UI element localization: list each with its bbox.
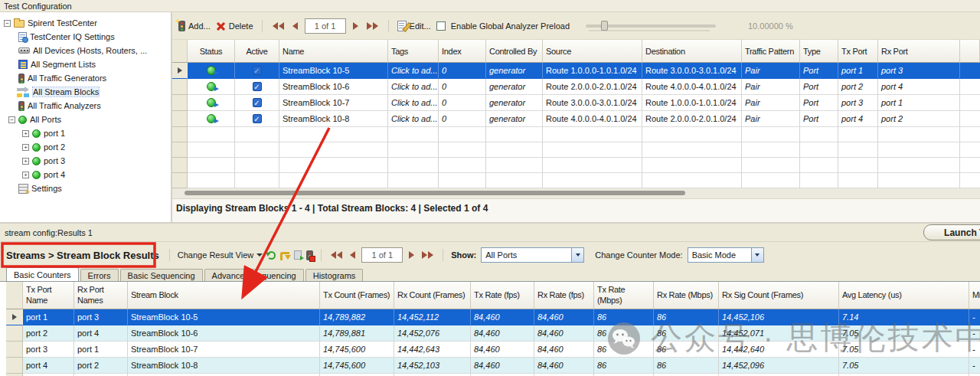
- name-cell[interactable]: StreamBlock 10-7: [279, 95, 388, 111]
- tree-item-testcenter-iq-settings[interactable]: TestCenter IQ Settings: [0, 30, 171, 44]
- tx-rate-fps-cell[interactable]: 84,460: [471, 309, 534, 325]
- expand-icon[interactable]: +: [22, 144, 29, 151]
- tx-rate-mbps-cell[interactable]: 86: [594, 325, 654, 342]
- tree-item-all-traffic-analyzers[interactable]: All Traffic Analyzers: [0, 99, 171, 113]
- corner-header-cell[interactable]: [172, 40, 188, 63]
- checked-checkbox-icon[interactable]: [253, 82, 262, 91]
- rx-rate-mbps-cell[interactable]: 86: [654, 358, 719, 374]
- column-header-tx-port[interactable]: Tx Port: [838, 40, 878, 63]
- active-cell[interactable]: [235, 95, 279, 111]
- controlled-by-cell[interactable]: generator: [486, 63, 543, 79]
- column-header-rx-sig-count[interactable]: Rx Sig Count (Frames): [719, 282, 839, 309]
- tx-port-name-cell[interactable]: port 3: [23, 342, 74, 358]
- name-cell[interactable]: StreamBlock 10-5: [279, 63, 388, 79]
- tab-histograms[interactable]: Histograms: [305, 269, 364, 281]
- column-header-avg-latency[interactable]: Avg Latency (us): [839, 282, 969, 309]
- column-header-tx-port-name[interactable]: Tx Port Name: [23, 282, 74, 309]
- tx-count-cell[interactable]: 14,745,600: [320, 358, 394, 374]
- source-cell[interactable]: Route 1.0.0.0-1.0.1.0/24: [543, 63, 642, 79]
- column-header-index[interactable]: Index: [439, 40, 486, 63]
- tree-item-all-ports[interactable]: − All Ports: [0, 113, 171, 126]
- tab-errors[interactable]: Errors: [80, 269, 119, 281]
- rx-port-cell[interactable]: port 1: [878, 95, 960, 111]
- edit-button[interactable]: Edit...: [397, 21, 431, 31]
- controlled-by-cell[interactable]: generator: [486, 79, 543, 95]
- source-cell[interactable]: Route 3.0.0.0-3.0.1.0/24: [543, 95, 642, 111]
- table-row[interactable]: StreamBlock 10-8 Click to ad... 0 genera…: [172, 111, 980, 127]
- min-latency-cell[interactable]: -: [969, 309, 980, 325]
- tree-item-port-2[interactable]: + port 2: [0, 140, 171, 154]
- tx-port-name-cell[interactable]: port 2: [23, 325, 74, 342]
- tree-item-all-segment-lists[interactable]: All Segment Lists: [0, 57, 171, 71]
- first-page-button[interactable]: [329, 250, 344, 260]
- refresh-results-icon[interactable]: [267, 251, 276, 260]
- source-cell[interactable]: Route 2.0.0.0-2.0.1.0/24: [543, 79, 642, 95]
- type-cell[interactable]: Port: [800, 95, 838, 111]
- rx-rate-mbps-cell[interactable]: 86: [654, 309, 719, 325]
- add-button[interactable]: Add...: [178, 21, 211, 31]
- checked-checkbox-icon[interactable]: [253, 66, 262, 75]
- tx-count-cell[interactable]: 14,745,600: [320, 342, 394, 358]
- launch-test-button[interactable]: Launch Tes: [923, 224, 980, 240]
- expand-icon[interactable]: +: [22, 130, 29, 137]
- column-header-name[interactable]: Name: [279, 40, 388, 63]
- min-latency-cell[interactable]: -: [969, 342, 980, 358]
- table-row[interactable]: StreamBlock 10-6 Click to ad... 0 genera…: [172, 79, 980, 95]
- rx-port-cell[interactable]: port 2: [878, 111, 960, 127]
- next-page-button[interactable]: [407, 250, 416, 260]
- avg-latency-cell[interactable]: 7.05: [839, 358, 969, 374]
- stream-block-cell[interactable]: StreamBlock 10-5: [128, 309, 320, 325]
- tree-item-all-stream-blocks[interactable]: All Stream Blocks: [0, 85, 171, 99]
- load-percent-slider[interactable]: [586, 20, 720, 32]
- destination-cell[interactable]: Route 3.0.0.0-3.0.1.0/24: [642, 63, 742, 79]
- column-header-rx-rate-mbps[interactable]: Rx Rate (Mbps): [654, 282, 719, 309]
- traffic-pattern-cell[interactable]: Pair: [742, 111, 800, 127]
- expand-icon[interactable]: +: [22, 172, 29, 178]
- row-selector-cell[interactable]: [6, 342, 23, 358]
- column-header-min-latency[interactable]: Min Latency (us): [969, 282, 980, 309]
- avg-latency-cell[interactable]: 7.05: [839, 342, 969, 358]
- name-cell[interactable]: StreamBlock 10-8: [279, 111, 388, 127]
- rx-count-cell[interactable]: 14,452,112: [394, 309, 471, 325]
- row-selector-cell[interactable]: [172, 111, 188, 127]
- tx-rate-fps-cell[interactable]: 84,460: [471, 358, 534, 374]
- index-cell[interactable]: 0: [439, 63, 486, 79]
- first-page-button[interactable]: [271, 21, 286, 31]
- rx-rate-mbps-cell[interactable]: 86: [654, 325, 719, 342]
- rx-sig-count-cell[interactable]: 14,452,106: [719, 309, 839, 325]
- column-header-tx-rate-fps[interactable]: Tx Rate (fps): [471, 282, 534, 309]
- traffic-pattern-cell[interactable]: Pair: [742, 63, 800, 79]
- destination-cell[interactable]: Route 2.0.0.0-2.0.1.0/24: [642, 111, 742, 127]
- traffic-pattern-cell[interactable]: Pair: [742, 95, 800, 111]
- active-cell[interactable]: [235, 79, 279, 95]
- table-row[interactable]: StreamBlock 10-5 Click to ad... 0 genera…: [172, 63, 980, 79]
- tx-count-cell[interactable]: 14,789,881: [320, 325, 394, 342]
- tx-rate-fps-cell[interactable]: 84,460: [471, 325, 534, 342]
- index-cell[interactable]: 0: [439, 95, 486, 111]
- checked-checkbox-icon[interactable]: [253, 114, 262, 123]
- type-cell[interactable]: Port: [800, 79, 838, 95]
- slider-thumb[interactable]: [601, 21, 608, 31]
- tree-item-all-traffic-generators[interactable]: All Traffic Generators: [0, 71, 171, 85]
- destination-cell[interactable]: Route 1.0.0.0-1.0.1.0/24: [642, 95, 742, 111]
- collapse-icon[interactable]: −: [8, 116, 15, 123]
- column-header-tx-rate-mbps[interactable]: Tx Rate (Mbps): [594, 282, 654, 309]
- enable-global-analyzer-preload-checkbox[interactable]: [436, 21, 446, 31]
- tx-port-cell[interactable]: port 4: [838, 111, 878, 127]
- index-cell[interactable]: 0: [439, 79, 486, 95]
- collapse-icon[interactable]: −: [4, 20, 11, 27]
- previous-page-button[interactable]: [291, 21, 299, 31]
- tx-port-cell[interactable]: port 1: [838, 63, 878, 79]
- next-page-button[interactable]: [351, 21, 360, 31]
- rx-port-names-cell[interactable]: port 1: [74, 342, 128, 358]
- show-ports-dropdown[interactable]: All Ports: [481, 247, 584, 263]
- table-row[interactable]: port 2 port 4 StreamBlock 10-6 14,789,88…: [6, 325, 980, 342]
- tree-item-settings[interactable]: Settings: [0, 181, 171, 195]
- tab-basic-sequencing[interactable]: Basic Sequencing: [120, 269, 203, 281]
- horizontal-scrollbar[interactable]: [172, 188, 980, 198]
- rx-port-names-cell[interactable]: port 2: [74, 358, 128, 374]
- name-cell[interactable]: StreamBlock 10-6: [279, 79, 388, 95]
- controlled-by-cell[interactable]: generator: [486, 95, 543, 111]
- stream-block-cell[interactable]: StreamBlock 10-6: [128, 325, 320, 342]
- controlled-by-cell[interactable]: generator: [486, 111, 543, 127]
